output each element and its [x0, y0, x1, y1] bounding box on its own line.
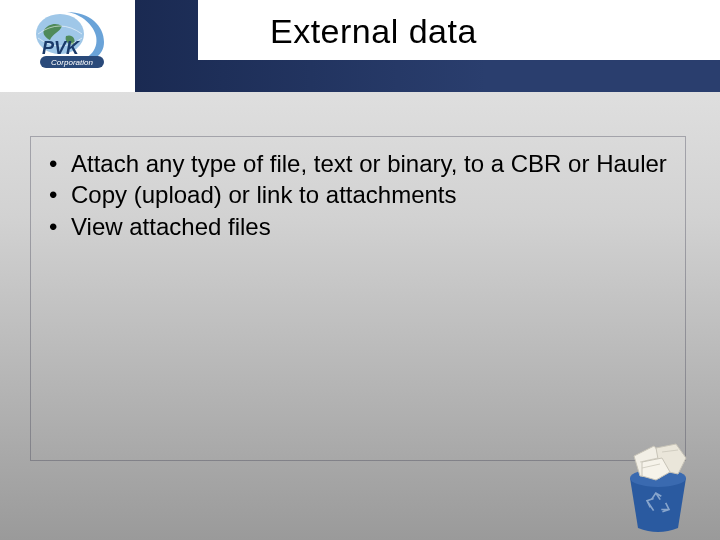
header-bar: PVK Corporation External data: [0, 0, 720, 92]
logo-text: PVK: [42, 38, 81, 58]
content-box: Attach any type of file, text or binary,…: [30, 136, 686, 461]
slide-title: External data: [270, 12, 477, 51]
logo-subtitle: Corporation: [51, 58, 93, 67]
company-logo: PVK Corporation: [12, 6, 127, 74]
bullet-item: View attached files: [45, 212, 671, 241]
recycle-bin-icon: [612, 438, 704, 534]
slide: PVK Corporation External data Attach any…: [0, 0, 720, 540]
bullet-item: Attach any type of file, text or binary,…: [45, 149, 671, 178]
bullet-list: Attach any type of file, text or binary,…: [45, 149, 671, 241]
bullet-item: Copy (upload) or link to attachments: [45, 180, 671, 209]
